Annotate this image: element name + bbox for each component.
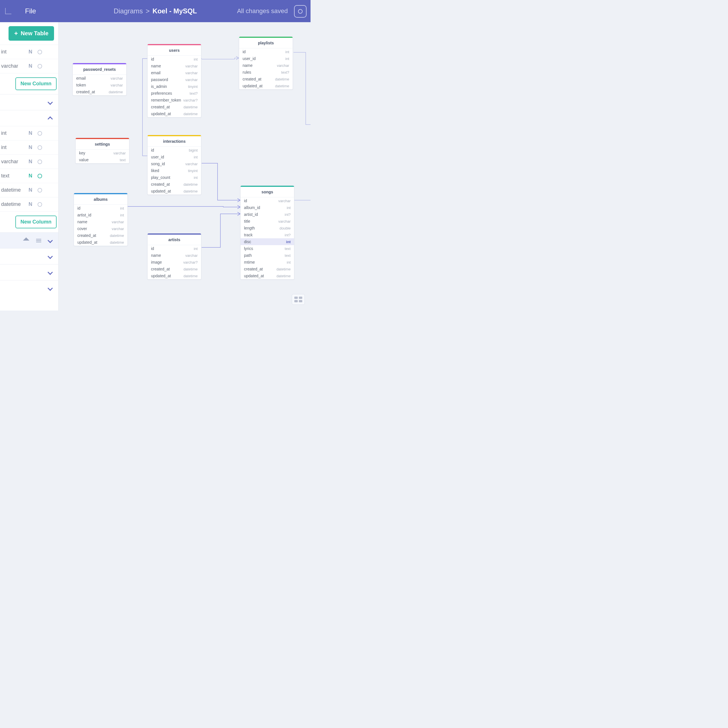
nullable-flag[interactable]: N — [26, 63, 35, 69]
section-toolbar[interactable] — [0, 232, 58, 248]
table-title[interactable]: interactions — [148, 135, 201, 147]
column-row[interactable]: datetimeN — [0, 183, 58, 197]
table-artists[interactable]: artistsidintnamevarcharimagevarchar?crea… — [147, 233, 201, 280]
breadcrumb-root[interactable]: Diagrams — [114, 7, 143, 15]
column-row[interactable]: varcharN — [0, 154, 58, 169]
table-column[interactable]: idint — [239, 48, 293, 55]
table-column[interactable]: passwordvarchar — [148, 76, 201, 83]
table-column[interactable]: user_idint — [148, 154, 201, 161]
table-title[interactable]: playlists — [239, 37, 293, 48]
table-column[interactable]: song_idvarchar — [148, 161, 201, 167]
table-playlists[interactable]: playlistsidintuser_idintnamevarcharrules… — [239, 37, 293, 90]
new-column-button[interactable]: New Column — [15, 77, 57, 90]
table-column[interactable]: updated_atdatetime — [148, 110, 201, 117]
nullable-radio[interactable] — [38, 64, 42, 69]
column-row[interactable]: intN — [0, 126, 58, 140]
table-column[interactable]: namevarchar — [74, 219, 127, 225]
list-icon[interactable] — [35, 237, 42, 244]
table-column[interactable]: lengthdouble — [240, 225, 294, 231]
table-column[interactable]: namevarchar — [148, 252, 201, 259]
section-collapsed-3[interactable] — [0, 264, 58, 280]
nullable-flag[interactable]: N — [26, 159, 35, 165]
table-column[interactable]: mtimeint — [240, 259, 294, 266]
column-row[interactable]: datetimeN — [0, 197, 58, 211]
table-title[interactable]: songs — [240, 186, 294, 197]
table-column[interactable]: discint — [240, 238, 294, 245]
table-column[interactable]: covervarchar — [74, 225, 127, 232]
table-column[interactable]: play_countint — [148, 174, 201, 181]
table-column[interactable]: remember_tokenvarchar? — [148, 97, 201, 104]
section-collapsed-1[interactable] — [0, 94, 58, 110]
table-column[interactable]: user_idint — [239, 55, 293, 62]
nullable-flag[interactable]: N — [26, 49, 35, 55]
nullable-radio[interactable] — [38, 145, 42, 150]
new-table-button[interactable]: + New Table — [9, 26, 54, 41]
er-canvas[interactable]: password_resetsemailvarchartokenvarcharc… — [58, 22, 310, 310]
table-column[interactable]: updated_atdatetime — [148, 272, 201, 279]
table-column[interactable]: likedtinyint — [148, 167, 201, 174]
nullable-radio[interactable] — [38, 131, 42, 136]
table-users[interactable]: usersidintnamevarcharemailvarcharpasswor… — [147, 44, 201, 118]
column-row[interactable]: intN — [0, 140, 58, 154]
nullable-radio[interactable] — [38, 188, 42, 193]
table-songs[interactable]: songsidvarcharalbum_idintartist_idint?ti… — [240, 185, 294, 280]
section-expanded[interactable] — [0, 110, 58, 126]
grid-view-button[interactable] — [292, 294, 305, 305]
column-row[interactable]: varcharN — [0, 59, 58, 73]
table-column[interactable]: idint — [74, 205, 127, 211]
edit-icon[interactable] — [23, 237, 30, 244]
table-title[interactable]: users — [148, 44, 201, 56]
table-column[interactable]: idvarchar — [240, 197, 294, 204]
table-column[interactable]: emailvarchar — [73, 75, 126, 82]
table-column[interactable]: lyricstext — [240, 245, 294, 252]
new-column-button[interactable]: New Column — [15, 216, 57, 228]
column-row[interactable]: textN — [0, 169, 58, 183]
table-column[interactable]: created_atdatetime — [73, 89, 126, 95]
table-column[interactable]: preferencestext? — [148, 90, 201, 97]
nullable-radio[interactable] — [38, 174, 42, 178]
table-column[interactable]: updated_atdatetime — [240, 272, 294, 279]
section-collapsed-4[interactable] — [0, 280, 58, 296]
table-column[interactable]: titlevarchar — [240, 218, 294, 225]
table-column[interactable]: created_atdatetime — [148, 181, 201, 188]
table-column[interactable]: is_admintinyint — [148, 83, 201, 90]
table-column[interactable]: valuetext — [76, 156, 129, 163]
table-column[interactable]: pathtext — [240, 252, 294, 259]
table-column[interactable]: created_atdatetime — [239, 76, 293, 83]
table-title[interactable]: albums — [74, 193, 127, 205]
table-title[interactable]: artists — [148, 234, 201, 245]
file-menu[interactable]: File — [25, 7, 36, 15]
section-collapsed-2[interactable] — [0, 248, 58, 264]
table-albums[interactable]: albumsidintartist_idintnamevarcharcoverv… — [73, 193, 128, 246]
table-column[interactable]: idint — [148, 245, 201, 252]
table-column[interactable]: artist_idint — [74, 211, 127, 219]
table-column[interactable]: updated_atdatetime — [239, 83, 293, 89]
table-title[interactable]: password_resets — [73, 63, 126, 75]
nullable-flag[interactable]: N — [26, 144, 35, 150]
table-settings[interactable]: settingskeyvarcharvaluetext — [75, 138, 129, 164]
nullable-flag[interactable]: N — [26, 173, 35, 179]
table-title[interactable]: settings — [76, 138, 129, 150]
table-column[interactable]: tokenvarchar — [73, 82, 126, 89]
nullable-radio[interactable] — [38, 202, 42, 207]
table-column[interactable]: idint — [148, 56, 201, 63]
table-column[interactable]: keyvarchar — [76, 150, 129, 156]
table-column[interactable]: artist_idint? — [240, 211, 294, 218]
table-column[interactable]: album_idint — [240, 204, 294, 211]
table-column[interactable]: updated_atdatetime — [74, 239, 127, 246]
nullable-flag[interactable]: N — [26, 130, 35, 136]
nullable-flag[interactable]: N — [26, 201, 35, 207]
column-row[interactable]: intN — [0, 44, 58, 59]
nullable-radio[interactable] — [38, 159, 42, 164]
table-column[interactable]: updated_atdatetime — [148, 188, 201, 194]
table-column[interactable]: created_atdatetime — [240, 266, 294, 272]
nullable-radio[interactable] — [38, 50, 42, 54]
profile-button[interactable] — [294, 5, 307, 18]
table-column[interactable]: emailvarchar — [148, 69, 201, 76]
nullable-flag[interactable]: N — [26, 187, 35, 193]
breadcrumb-current[interactable]: Koel - MySQL — [153, 7, 197, 15]
table-column[interactable]: created_atdatetime — [148, 104, 201, 110]
table-column[interactable]: created_atdatetime — [148, 266, 201, 272]
table-column[interactable]: rulestext? — [239, 69, 293, 76]
table-column[interactable]: namevarchar — [239, 62, 293, 69]
